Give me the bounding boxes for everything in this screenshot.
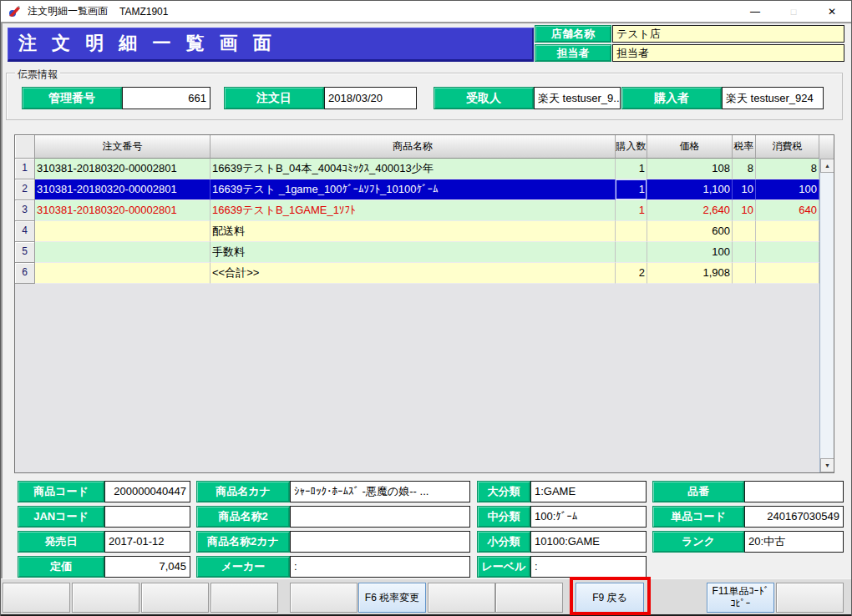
f11-label-line2: ｺﾋﾟｰ [731, 598, 751, 610]
order-detail-table: 注文番号 商品名称 購入数 価格 税率 消費税 1 310381-2018032… [14, 134, 834, 473]
f11-label-line1: F11単品ｺｰﾄﾞ [713, 585, 769, 598]
minor-category-field[interactable]: 10100:GAME [530, 531, 647, 553]
function-key-bar: F6 税率変更 F9 戻る F11単品ｺｰﾄﾞ ｺﾋﾟｰ [1, 578, 851, 616]
cell-qty[interactable]: 1 [616, 179, 647, 200]
cell-tax[interactable]: 100 [756, 179, 819, 200]
release-date-field[interactable]: 2017-01-12 [104, 531, 190, 553]
f1-button[interactable] [3, 583, 70, 613]
close-button[interactable]: ✕ [813, 1, 851, 22]
cell-tax-rate[interactable]: 10 [733, 179, 756, 200]
item-code-field[interactable]: 200000040447 [104, 481, 190, 502]
table-row[interactable]: 5 手数料 100 [15, 242, 834, 263]
list-price-field[interactable]: 7,045 [104, 556, 190, 578]
major-category-field[interactable]: 1:GAME [530, 481, 647, 502]
label-name-field[interactable]: : [530, 556, 647, 578]
f5-button[interactable] [290, 583, 358, 613]
cell-price[interactable]: 1,908 [647, 263, 733, 284]
cell-order-no[interactable] [35, 263, 210, 284]
vertical-scrollbar[interactable]: ▲ ▼ [819, 159, 834, 472]
table-header-row: 注文番号 商品名称 購入数 価格 税率 消費税 [15, 135, 834, 159]
f3-button[interactable] [141, 583, 209, 613]
cell-qty[interactable]: 1 [616, 200, 647, 221]
cell-product[interactable]: 配送料 [210, 221, 616, 242]
f7-button[interactable] [428, 583, 495, 613]
cell-price[interactable]: 600 [647, 221, 733, 242]
scroll-down-icon[interactable]: ▼ [820, 458, 834, 472]
cell-tax[interactable] [756, 242, 819, 263]
cell-product[interactable]: <<合計>> [210, 263, 616, 284]
cell-qty[interactable] [616, 242, 647, 263]
cell-tax-rate[interactable] [733, 263, 756, 284]
cell-tax[interactable]: 8 [756, 159, 819, 179]
cell-price[interactable]: 2,640 [647, 200, 733, 221]
table-row-selected[interactable]: 2 310381-20180320-00002801 16639テスト _1ga… [15, 179, 834, 200]
jan-code-label: JANコード [18, 506, 104, 528]
col-header-qty[interactable]: 購入数 [616, 135, 647, 159]
item-name2-field[interactable] [290, 506, 470, 528]
buyer-field[interactable]: 楽天 testuser_924 [722, 87, 824, 109]
f4-button[interactable] [210, 583, 278, 613]
maker-label: メーカー [196, 556, 290, 578]
item-name-kana-field[interactable]: ｼｬｰﾛｯｸ･ﾎｰﾑｽﾞ -悪魔の娘-- ... [290, 481, 470, 502]
cell-product[interactable]: 手数料 [210, 242, 616, 263]
item-name2-kana-field[interactable] [290, 531, 470, 553]
mgmt-no-field[interactable]: 661 [122, 87, 210, 109]
f2-button[interactable] [72, 583, 139, 613]
cell-price[interactable]: 1,100 [647, 179, 733, 200]
order-date-field[interactable]: 2018/03/20 [324, 87, 417, 109]
store-name-field[interactable]: テスト店 [612, 25, 844, 43]
window-title: 注文明細一覧画面 [28, 4, 108, 18]
cell-tax[interactable] [756, 221, 819, 242]
col-header-order-no[interactable]: 注文番号 [35, 135, 210, 159]
col-header-tax[interactable]: 消費税 [756, 135, 819, 159]
f8-button[interactable] [495, 583, 563, 613]
receiver-field[interactable]: 楽天 testuser_9... [534, 87, 621, 109]
cell-tax-rate[interactable] [733, 221, 756, 242]
item-name2-label: 商品名称2 [196, 506, 290, 528]
table-row[interactable]: 3 310381-20180320-00002801 16639テストB_1GA… [15, 200, 834, 221]
middle-category-field[interactable]: 100:ｹﾞｰﾑ [530, 506, 647, 528]
f12-button[interactable] [776, 583, 844, 613]
cell-tax[interactable] [756, 263, 819, 284]
staff-field[interactable]: 担当者 [612, 44, 844, 62]
cell-order-no[interactable] [35, 221, 210, 242]
col-header-tax-rate[interactable]: 税率 [733, 135, 756, 159]
unit-code-field[interactable]: 240167030549 [744, 506, 844, 528]
table-row[interactable]: 1 310381-20180320-00002801 16639テストB_04本… [15, 159, 834, 179]
cell-product[interactable]: 16639テストB_04本_4004ｺﾐｯｸｽ_400013少年 [210, 159, 616, 179]
mgmt-no-label: 管理番号 [22, 87, 122, 109]
cell-order-no[interactable]: 310381-20180320-00002801 [35, 200, 210, 221]
order-date-label: 注文日 [224, 87, 324, 109]
cell-price[interactable]: 108 [647, 159, 733, 179]
cell-qty[interactable] [616, 221, 647, 242]
cell-order-no[interactable]: 310381-20180320-00002801 [35, 159, 210, 179]
cell-price[interactable]: 100 [647, 242, 733, 263]
cell-tax-rate[interactable] [733, 242, 756, 263]
cell-tax[interactable]: 640 [756, 200, 819, 221]
scroll-up-icon[interactable]: ▲ [820, 159, 834, 173]
f11-unit-code-copy-button[interactable]: F11単品ｺｰﾄﾞ ｺﾋﾟｰ [707, 583, 774, 613]
f9-back-button[interactable]: F9 戻る [576, 583, 644, 613]
slip-info-group: 伝票情報 管理番号 661 注文日 2018/03/20 受取人 楽天 test… [6, 73, 843, 120]
part-no-label: 品番 [652, 481, 744, 502]
f6-tax-rate-change-button[interactable]: F6 税率変更 [358, 583, 426, 613]
rank-field[interactable]: 20:中古 [744, 531, 844, 553]
maker-field[interactable]: : [290, 556, 470, 578]
cell-product[interactable]: 16639テストB_1GAME_1ｿﾌﾄ [210, 200, 616, 221]
program-id: TAMZ1901 [119, 6, 168, 18]
cell-order-no[interactable] [35, 242, 210, 263]
minimize-button[interactable]: — [736, 1, 774, 22]
major-category-label: 大分類 [477, 481, 530, 502]
cell-order-no[interactable]: 310381-20180320-00002801 [35, 179, 210, 200]
cell-tax-rate[interactable]: 10 [733, 200, 756, 221]
table-row[interactable]: 4 配送料 600 [15, 221, 834, 242]
cell-tax-rate[interactable]: 8 [733, 159, 756, 179]
col-header-price[interactable]: 価格 [647, 135, 733, 159]
jan-code-field[interactable] [104, 506, 190, 528]
cell-qty[interactable]: 1 [616, 159, 647, 179]
part-no-field[interactable] [744, 481, 844, 502]
col-header-product[interactable]: 商品名称 [210, 135, 616, 159]
cell-qty[interactable]: 2 [616, 263, 647, 284]
cell-product[interactable]: 16639テスト _1game_100ｹﾞｰﾑｿﾌﾄ_10100ｹﾞｰﾑ [210, 179, 616, 200]
table-row-total[interactable]: 6 <<合計>> 2 1,908 [15, 263, 834, 284]
